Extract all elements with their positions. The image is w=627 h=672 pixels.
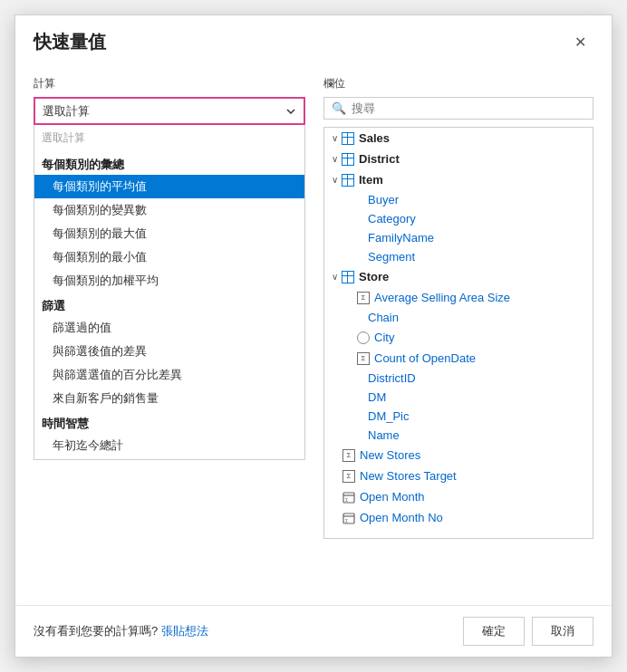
- label-new-stores: New Stores: [360, 448, 420, 462]
- table-icon: [342, 174, 354, 187]
- list-item-variance[interactable]: 每個類別的變異數: [34, 198, 304, 222]
- search-icon: 🔍: [332, 101, 346, 115]
- tree-node-item[interactable]: ∨ Item: [324, 169, 593, 190]
- calculation-dropdown[interactable]: 選取計算: [34, 97, 305, 125]
- right-panel: 欄位 🔍 ∨ Sales ∨ District: [323, 76, 593, 590]
- list-item-filter-pct[interactable]: 與篩選選值的百分比差異: [34, 363, 304, 387]
- globe-icon: [357, 331, 370, 344]
- tree-child-buyer[interactable]: Buyer: [324, 190, 593, 209]
- chevron-down-icon: ∨: [332, 154, 338, 164]
- list-item-qtd[interactable]: 季初迄今總計: [34, 457, 304, 460]
- list-item-avg[interactable]: 每個類別的平均值: [34, 175, 304, 198]
- measure-icon: Σ: [342, 470, 355, 483]
- group-header-3: 時間智慧: [34, 410, 304, 434]
- chevron-down-icon: ∨: [332, 175, 338, 185]
- measure-icon: Σ: [342, 449, 355, 462]
- fields-tree[interactable]: ∨ Sales ∨ District ∨ Item Buyer Cate: [323, 127, 593, 539]
- list-item-max[interactable]: 每個類別的最大值: [34, 222, 304, 245]
- measure-icon: Σ: [357, 292, 370, 304]
- search-box[interactable]: 🔍: [323, 97, 593, 120]
- measure-icon: Σ: [357, 352, 370, 365]
- chevron-down-icon: ∨: [332, 272, 338, 282]
- calc-section-label: 計算: [34, 76, 305, 91]
- tree-node-new-stores[interactable]: Σ New Stores: [324, 445, 593, 466]
- dialog-title: 快速量值: [34, 30, 106, 54]
- quick-measure-dialog: 快速量值 ✕ 計算 選取計算 選取計算 每個類別的彙總 每個類別的平均值 每個類…: [14, 14, 613, 658]
- footer-help-text: 沒有看到您要的計算嗎? 張貼想法: [34, 623, 208, 639]
- tree-node-store[interactable]: ∨ Store: [324, 266, 593, 287]
- tree-label-district: District: [359, 152, 400, 166]
- cancel-button[interactable]: 取消: [532, 617, 593, 646]
- tree-label-item: Item: [359, 173, 383, 187]
- footer-buttons: 確定 取消: [463, 617, 593, 646]
- dialog-footer: 沒有看到您要的計算嗎? 張貼想法 確定 取消: [15, 605, 612, 657]
- search-input[interactable]: [352, 101, 585, 115]
- label-new-stores-target: New Stores Target: [360, 469, 457, 483]
- tree-child-avg-selling[interactable]: Σ Average Selling Area Size: [324, 287, 593, 308]
- content-area: 計算 選取計算 選取計算 每個類別的彙總 每個類別的平均值 每個類別的變異數 每…: [15, 62, 612, 605]
- tree-child-dm-pic[interactable]: DM_Pic: [324, 407, 593, 426]
- list-item-filtered-val[interactable]: 篩選過的值: [34, 316, 304, 340]
- fields-section-label: 欄位: [323, 76, 593, 91]
- group-header-2: 篩選: [34, 293, 304, 316]
- tree-child-count-opendate[interactable]: Σ Count of OpenDate: [324, 348, 593, 369]
- table-icon: [342, 153, 354, 166]
- tree-child-familyname[interactable]: FamilyName: [324, 228, 593, 247]
- calendar-measure-icon: Σ: [342, 512, 355, 524]
- tree-node-new-stores-target[interactable]: Σ New Stores Target: [324, 466, 593, 486]
- label-open-month: Open Month: [360, 490, 425, 504]
- tree-child-category[interactable]: Category: [324, 209, 593, 228]
- tree-label-sales: Sales: [359, 131, 390, 145]
- calendar-measure-icon: Σ: [342, 491, 355, 504]
- chevron-down-icon: ∨: [332, 133, 338, 143]
- list-item-ytd[interactable]: 年初迄今總計: [34, 434, 304, 457]
- tree-child-chain[interactable]: Chain: [324, 308, 593, 327]
- svg-text:Σ: Σ: [345, 518, 348, 523]
- label-count-opendate: Count of OpenDate: [374, 351, 476, 365]
- left-panel: 計算 選取計算 選取計算 每個類別的彙總 每個類別的平均值 每個類別的變異數 每…: [34, 76, 305, 590]
- list-placeholder: 選取計算: [34, 125, 304, 151]
- svg-text:Σ: Σ: [345, 497, 348, 503]
- label-city: City: [374, 331, 394, 344]
- tree-child-districtid[interactable]: DistrictID: [324, 369, 593, 388]
- tree-node-sales[interactable]: ∨ Sales: [324, 128, 593, 149]
- list-item-weighted-avg[interactable]: 每個類別的加權平均: [34, 269, 304, 293]
- list-item-min[interactable]: 每個類別的最小值: [34, 245, 304, 269]
- confirm-button[interactable]: 確定: [463, 617, 525, 646]
- footer-feedback-link[interactable]: 張貼想法: [161, 624, 208, 638]
- group-header-1: 每個類別的彙總: [34, 151, 304, 175]
- table-icon: [342, 132, 354, 145]
- title-bar: 快速量值 ✕: [15, 15, 612, 62]
- tree-node-open-month-no[interactable]: Σ Open Month No: [324, 507, 593, 528]
- tree-node-open-month[interactable]: Σ Open Month: [324, 486, 593, 507]
- tree-label-store: Store: [359, 270, 389, 283]
- close-button[interactable]: ✕: [567, 30, 593, 54]
- calculation-list[interactable]: 選取計算 每個類別的彙總 每個類別的平均值 每個類別的變異數 每個類別的最大值 …: [34, 125, 305, 460]
- list-item-filter-diff[interactable]: 與篩選後值的差異: [34, 340, 304, 363]
- tree-child-segment[interactable]: Segment: [324, 247, 593, 266]
- label-open-month-no: Open Month No: [360, 511, 443, 524]
- list-item-new-cust-sales[interactable]: 來自新客戶的銷售量: [34, 387, 304, 410]
- label-avg-selling: Average Selling Area Size: [374, 291, 510, 304]
- tree-node-district[interactable]: ∨ District: [324, 149, 593, 169]
- table-icon: [342, 271, 354, 283]
- tree-child-dm[interactable]: DM: [324, 388, 593, 407]
- tree-child-city[interactable]: City: [324, 327, 593, 348]
- tree-child-name[interactable]: Name: [324, 426, 593, 445]
